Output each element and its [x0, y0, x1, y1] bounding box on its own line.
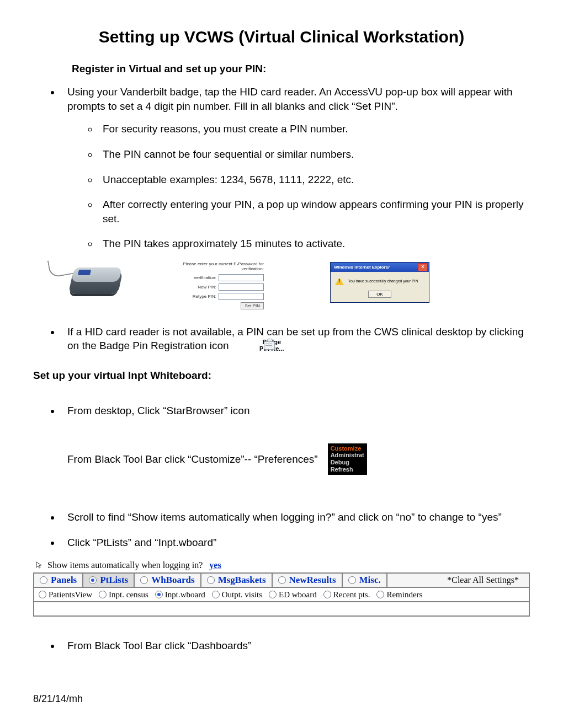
- page-title: Setting up VCWS (Virtual Clinical Workst…: [33, 28, 530, 46]
- bullet-click-ptlists: Click “PtLists” and “Inpt.wboard”: [61, 536, 530, 550]
- tab-newresults[interactable]: NewResults: [273, 574, 343, 587]
- radio-icon[interactable]: [99, 591, 107, 598]
- retype-pin-field[interactable]: [219, 293, 264, 300]
- tab-ptlists[interactable]: PtLists: [83, 574, 135, 587]
- tab-label: NewResults: [289, 575, 336, 586]
- tab-label: Misc.: [359, 575, 381, 586]
- tab-panels[interactable]: Panels: [34, 574, 83, 587]
- verification-field[interactable]: [219, 274, 264, 281]
- subbullet-security: For security reasons, you must create a …: [98, 122, 530, 136]
- warning-icon: [335, 277, 344, 285]
- toolbar-debug[interactable]: Debug: [331, 459, 364, 466]
- bullet-dashboards: From Black Tool Bar click “Dashboards”: [61, 639, 530, 653]
- bullet-customize-preferences: From Black Tool Bar click “Customize”-- …: [61, 443, 530, 475]
- radio-icon[interactable]: [140, 576, 148, 584]
- opt-recent-pts[interactable]: Recent pts.: [323, 590, 370, 599]
- pin-form-verification-label: verification:: [194, 275, 216, 280]
- subbullet-confirm-popup: After correctly entering your PIN, a pop…: [98, 197, 530, 226]
- set-pin-form-screenshot: Please enter your current E-Password for…: [170, 262, 264, 309]
- opt-label: Inpt. census: [109, 590, 148, 599]
- radio-icon[interactable]: [212, 591, 220, 598]
- bullet-text: If a HID card reader is not available, a…: [67, 326, 524, 352]
- pin-form-instruction: Please enter your current E-Password for…: [170, 262, 264, 272]
- opt-inpt-census[interactable]: Inpt. census: [99, 590, 148, 599]
- prefs-question: Show items automatically when logging in…: [47, 560, 203, 570]
- radio-icon[interactable]: [40, 576, 47, 584]
- radio-icon[interactable]: [207, 576, 215, 584]
- black-toolbar-screenshot: Customize Administrat Debug Refresh: [328, 443, 367, 475]
- bullet-show-items-auto: Scroll to find “Show items automatically…: [61, 510, 530, 524]
- radio-icon[interactable]: [323, 591, 331, 598]
- radio-icon[interactable]: [155, 591, 163, 598]
- toolbar-administrat[interactable]: Administrat: [331, 452, 364, 459]
- radio-icon[interactable]: [376, 591, 384, 598]
- ie-confirmation-dialog: Windows Internet Explorer X You have suc…: [330, 262, 429, 303]
- radio-icon[interactable]: [348, 576, 356, 584]
- ok-button[interactable]: OK: [368, 291, 391, 298]
- subbullet-no-sequential: The PIN cannot be four sequential or sim…: [98, 147, 530, 162]
- toolbar-refresh[interactable]: Refresh: [331, 466, 364, 473]
- opt-label: Reminders: [386, 590, 422, 599]
- new-pin-label: New PIN:: [198, 285, 216, 290]
- opt-label: Inpt.wboard: [165, 590, 205, 599]
- tab-whboards[interactable]: WhBoards: [135, 574, 201, 587]
- tab-msgbaskets[interactable]: MsgBaskets: [201, 574, 273, 587]
- retype-pin-label: Retype PIN:: [193, 294, 216, 299]
- hid-card-reader-icon: [60, 262, 126, 306]
- opt-reminders[interactable]: Reminders: [376, 590, 422, 599]
- toolbar-customize[interactable]: Customize: [331, 445, 364, 452]
- radio-icon[interactable]: [269, 591, 277, 598]
- opt-inpt-wboard[interactable]: Inpt.wboard: [155, 590, 205, 599]
- bullet-starbrowser: From desktop, Click “StarBrowser” icon: [61, 404, 530, 418]
- opt-ed-wboard[interactable]: ED wboard: [269, 590, 317, 599]
- radio-icon[interactable]: [278, 576, 286, 584]
- section-register-heading: Register in Virtual and set up your PIN:: [72, 63, 530, 75]
- bullet-no-hid-reader: If a HID card reader is not available, a…: [61, 325, 530, 353]
- opt-label: PatientsView: [49, 590, 92, 599]
- prefs-yes-link[interactable]: yes: [209, 560, 221, 570]
- section-whiteboard-heading: Set up your virtual Inpt Whiteboard:: [33, 370, 530, 382]
- radio-icon[interactable]: [39, 591, 46, 598]
- new-pin-field[interactable]: [219, 283, 264, 291]
- opt-patientsview[interactable]: PatientsView: [39, 590, 92, 599]
- page-footer-date: 8/21/14/mh: [33, 693, 83, 705]
- close-icon[interactable]: X: [418, 263, 428, 271]
- prefs-sub-options: PatientsView Inpt. census Inpt.wboard Ou…: [33, 588, 530, 602]
- prefs-empty-row: [33, 602, 530, 617]
- prefs-tabstrip: Panels PtLists WhBoards MsgBaskets NewRe…: [33, 572, 530, 588]
- tab-label: MsgBaskets: [218, 575, 266, 586]
- bullet-text: From Black Tool Bar click “Customize”-- …: [67, 452, 318, 467]
- illustration-row: Please enter your current E-Password for…: [60, 262, 530, 309]
- radio-icon[interactable]: [89, 576, 97, 584]
- dialog-title: Windows Internet Explorer: [334, 265, 390, 270]
- badge-pin-registration-icon[interactable]: Badge PIN Re...: [259, 339, 284, 352]
- preferences-screenshot: Show items automatically when logging in…: [33, 560, 530, 617]
- clear-all-settings-link[interactable]: *Clear All Settings*: [437, 574, 529, 587]
- cursor-icon: [35, 561, 43, 569]
- tab-label: WhBoards: [151, 575, 194, 586]
- opt-label: Outpt. visits: [222, 590, 262, 599]
- subbullet-unacceptable-examples: Unacceptable examples: 1234, 5678, 1111,…: [98, 173, 530, 187]
- subbullet-activate-time: The PIN takes approximately 15 minutes t…: [98, 237, 530, 251]
- set-pin-button[interactable]: Set PIN: [241, 302, 264, 309]
- opt-label: ED wboard: [279, 590, 317, 599]
- tab-label: Panels: [51, 575, 77, 586]
- dialog-message: You have successfully changed your PIN: [348, 279, 418, 283]
- opt-outpt-visits[interactable]: Outpt. visits: [212, 590, 262, 599]
- opt-label: Recent pts.: [333, 590, 370, 599]
- bullet-text: Using your Vanderbilt badge, tap the HID…: [67, 86, 513, 112]
- tab-label: PtLists: [100, 575, 128, 586]
- bullet-register-main: Using your Vanderbilt badge, tap the HID…: [61, 85, 530, 251]
- tab-misc[interactable]: Misc.: [343, 574, 387, 587]
